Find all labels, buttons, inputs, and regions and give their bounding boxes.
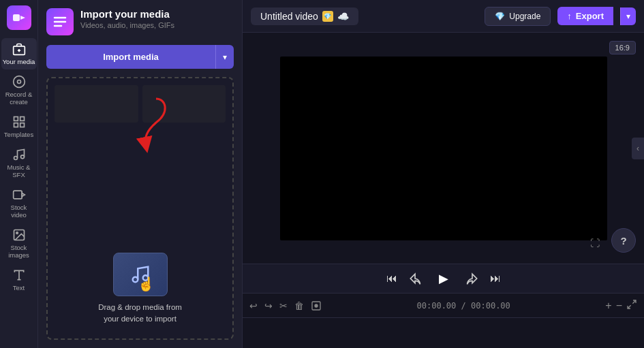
sidebar-item-templates[interactable]: Templates [1, 111, 37, 142]
sidebar-label-your-media: Your media [3, 58, 35, 65]
media-panel-subtitle: Videos, audio, images, GIFs [80, 21, 174, 29]
svg-marker-14 [22, 193, 25, 197]
media-panel-header: Import your media Videos, audio, images,… [46, 8, 234, 35]
film-icon [12, 42, 26, 56]
svg-rect-10 [20, 123, 24, 127]
sidebar-label-music-sfx: Music & SFX [3, 163, 35, 178]
timeline-track[interactable] [243, 318, 644, 348]
sidebar-item-your-media[interactable]: Your media [1, 38, 37, 69]
gem-badge: 💎 [322, 11, 333, 22]
fullscreen-button[interactable]: ⛶ [585, 234, 604, 253]
main-content: Untitled video 💎 ☁️ 💎 Upgrade ↑ Export ▾… [243, 0, 644, 348]
music-icon [12, 148, 26, 161]
delete-button[interactable]: 🗑 [294, 300, 304, 311]
project-title[interactable]: Untitled video 💎 ☁️ [251, 7, 358, 25]
aspect-ratio-badge[interactable]: 16:9 [609, 41, 636, 54]
time-current-ms: .00 / [442, 301, 471, 311]
export-icon: ↑ [567, 11, 572, 21]
undo-button[interactable]: ↩ [249, 300, 258, 311]
svg-rect-9 [14, 123, 18, 127]
svg-rect-7 [14, 117, 18, 121]
svg-point-12 [20, 155, 24, 159]
rewind-5s-button[interactable] [408, 272, 422, 285]
svg-point-5 [13, 76, 25, 88]
sidebar-label-stock-images: Stock images [3, 244, 35, 259]
sidebar-item-stock-video[interactable]: Stock video [1, 184, 37, 223]
time-total: 00:00 [471, 301, 495, 311]
cloud-save-icon: ☁️ [337, 11, 349, 22]
cursor-icon: ☝️ [138, 276, 155, 292]
import-button-row: Import media ▾ [46, 45, 234, 69]
help-button[interactable]: ? [611, 228, 636, 253]
time-total-ms: .00 [495, 301, 510, 311]
import-media-dropdown-button[interactable]: ▾ [215, 45, 234, 69]
svg-point-23 [315, 304, 318, 307]
import-media-button[interactable]: Import media [46, 45, 215, 69]
record-shortcut-button[interactable] [311, 300, 322, 311]
drop-zone[interactable]: ☝️ Drag & drop media from your device to… [46, 77, 234, 340]
forward-5s-button[interactable] [465, 272, 479, 285]
skip-to-start-button[interactable]: ⏮ [386, 272, 397, 285]
play-pause-button[interactable]: ▶ [433, 268, 455, 289]
svg-marker-1 [20, 16, 25, 20]
sidebar-item-stock-images[interactable]: Stock images [1, 224, 37, 263]
svg-rect-13 [13, 191, 22, 199]
sidebar-label-stock-video: Stock video [3, 204, 35, 219]
svg-rect-8 [20, 117, 24, 121]
image-icon [12, 228, 26, 242]
svg-point-16 [16, 232, 17, 234]
time-current: 00:00 [417, 301, 442, 311]
svg-rect-0 [13, 14, 20, 21]
video-area: 16:9 ‹ ⛶ ? [243, 33, 644, 264]
app-logo[interactable] [7, 5, 31, 30]
zoom-controls: + − [605, 299, 637, 313]
export-label: Export [576, 11, 604, 21]
svg-point-11 [14, 157, 17, 160]
upgrade-label: Upgrade [509, 12, 540, 21]
grid-icon [12, 115, 26, 129]
media-panel: Import your media Videos, audio, images,… [38, 0, 243, 348]
video-preview [280, 57, 607, 240]
project-title-text: Untitled video [260, 11, 318, 22]
sidebar: Your media Record & create Templates Mus… [0, 0, 38, 348]
stock-video-icon [12, 188, 26, 202]
cut-button[interactable]: ✂ [279, 300, 288, 311]
topbar: Untitled video 💎 ☁️ 💎 Upgrade ↑ Export ▾ [243, 0, 644, 33]
sidebar-item-music-sfx[interactable]: Music & SFX [1, 144, 37, 183]
zoom-in-button[interactable]: + [605, 300, 611, 312]
sidebar-label-record-create: Record & create [3, 91, 35, 106]
text-icon [12, 268, 26, 282]
thumb-2 [142, 85, 226, 123]
export-dropdown-button[interactable]: ▾ [620, 7, 636, 25]
media-panel-logo [46, 8, 74, 35]
media-panel-heading: Import your media [80, 8, 174, 20]
upgrade-gem-icon: 💎 [495, 12, 505, 21]
zoom-out-button[interactable]: − [616, 300, 622, 312]
time-display: 00:00.00 / 00:00.00 [417, 301, 510, 311]
export-button[interactable]: ↑ Export [557, 7, 613, 25]
playback-controls: ⏮ ▶ ⏭ [243, 264, 644, 294]
upgrade-button[interactable]: 💎 Upgrade [485, 7, 551, 26]
sidebar-label-templates: Templates [4, 131, 33, 138]
sidebar-label-text: Text [13, 284, 25, 291]
thumb-1 [55, 85, 138, 123]
thumbnail-grid [55, 85, 226, 123]
fit-button[interactable] [626, 299, 637, 313]
video-icon [12, 75, 26, 89]
redo-button[interactable]: ↪ [264, 300, 273, 311]
timeline: ↩ ↪ ✂ 🗑 00:00.00 / 00:00.00 + − [243, 294, 644, 348]
sidebar-item-text[interactable]: Text [1, 264, 37, 296]
sidebar-item-record-create[interactable]: Record & create [1, 71, 37, 110]
svg-point-6 [17, 80, 20, 84]
drop-text: Drag & drop media from your device to im… [98, 302, 182, 326]
media-panel-title: Import your media Videos, audio, images,… [80, 8, 174, 29]
collapse-panel-button[interactable]: ‹ [632, 138, 644, 159]
skip-to-end-button[interactable]: ⏭ [490, 272, 501, 285]
timeline-toolbar: ↩ ↪ ✂ 🗑 00:00.00 / 00:00.00 + − [243, 294, 644, 318]
